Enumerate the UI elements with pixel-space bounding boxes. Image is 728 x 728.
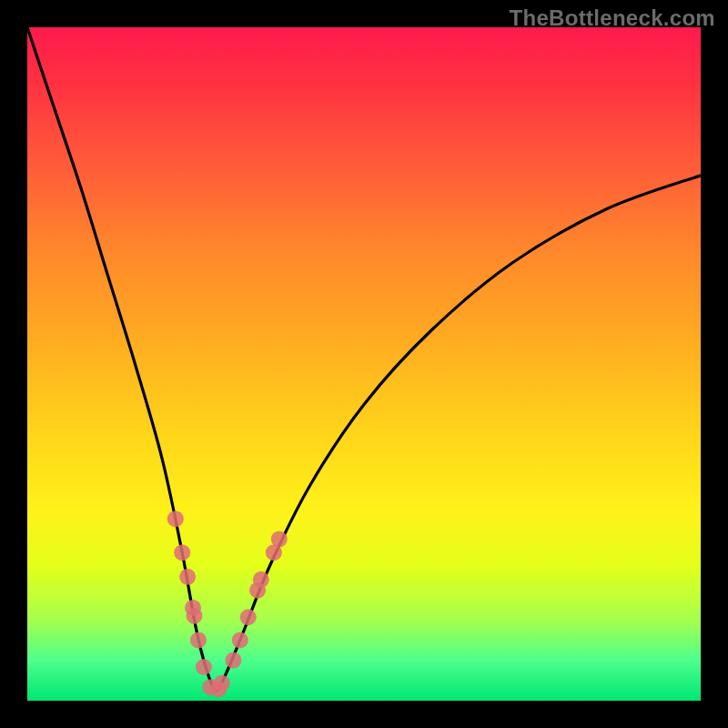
sample-dot bbox=[174, 544, 190, 561]
sample-dot bbox=[240, 609, 257, 625]
sample-dot bbox=[196, 659, 212, 675]
sample-dot bbox=[179, 569, 196, 585]
sample-dot bbox=[214, 675, 230, 692]
chart-plot-area bbox=[27, 27, 701, 701]
sample-dot bbox=[190, 632, 207, 648]
sample-dot bbox=[253, 571, 269, 588]
chart-svg bbox=[27, 27, 701, 701]
sample-dot bbox=[167, 511, 184, 527]
bottleneck-curve bbox=[27, 27, 701, 691]
sample-dot bbox=[232, 632, 248, 648]
sample-dot bbox=[187, 608, 203, 624]
sample-dot bbox=[271, 531, 288, 547]
sample-dot bbox=[225, 652, 241, 669]
